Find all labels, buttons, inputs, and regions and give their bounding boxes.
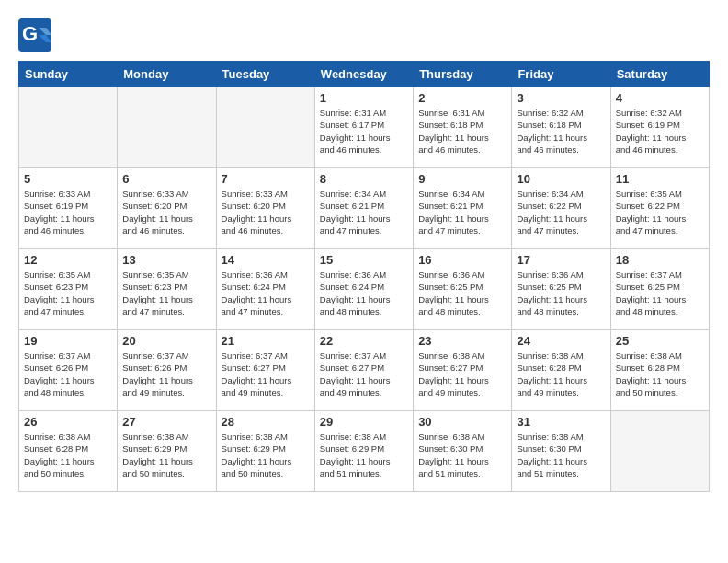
day-info: Sunrise: 6:34 AM Sunset: 6:21 PM Dayligh… bbox=[320, 188, 408, 236]
day-number: 6 bbox=[122, 172, 210, 186]
day-number: 5 bbox=[24, 172, 112, 186]
day-info: Sunrise: 6:38 AM Sunset: 6:29 PM Dayligh… bbox=[122, 431, 210, 479]
header: G bbox=[18, 18, 710, 52]
day-number: 29 bbox=[320, 415, 408, 429]
day-number: 3 bbox=[517, 91, 605, 105]
day-info: Sunrise: 6:38 AM Sunset: 6:28 PM Dayligh… bbox=[616, 350, 704, 398]
day-number: 13 bbox=[122, 253, 210, 267]
weekday-header-thursday: Thursday bbox=[414, 62, 512, 87]
day-info: Sunrise: 6:38 AM Sunset: 6:29 PM Dayligh… bbox=[222, 431, 310, 479]
weekday-header-wednesday: Wednesday bbox=[314, 62, 413, 87]
calendar-cell: 8Sunrise: 6:34 AM Sunset: 6:21 PM Daylig… bbox=[314, 168, 413, 249]
day-number: 26 bbox=[24, 415, 112, 429]
calendar-cell bbox=[610, 411, 709, 492]
calendar-cell: 23Sunrise: 6:38 AM Sunset: 6:27 PM Dayli… bbox=[414, 330, 512, 411]
day-info: Sunrise: 6:35 AM Sunset: 6:23 PM Dayligh… bbox=[122, 269, 210, 317]
day-info: Sunrise: 6:37 AM Sunset: 6:25 PM Dayligh… bbox=[616, 269, 704, 317]
day-info: Sunrise: 6:36 AM Sunset: 6:25 PM Dayligh… bbox=[418, 269, 506, 317]
day-number: 12 bbox=[24, 253, 112, 267]
day-info: Sunrise: 6:37 AM Sunset: 6:27 PM Dayligh… bbox=[222, 350, 310, 398]
calendar-cell: 31Sunrise: 6:38 AM Sunset: 6:30 PM Dayli… bbox=[512, 411, 610, 492]
calendar-cell: 17Sunrise: 6:36 AM Sunset: 6:25 PM Dayli… bbox=[512, 249, 610, 330]
day-info: Sunrise: 6:38 AM Sunset: 6:30 PM Dayligh… bbox=[517, 431, 605, 479]
day-number: 25 bbox=[616, 334, 704, 348]
logo: G bbox=[18, 18, 55, 52]
day-number: 17 bbox=[517, 253, 605, 267]
day-number: 11 bbox=[616, 172, 704, 186]
calendar-cell: 19Sunrise: 6:37 AM Sunset: 6:26 PM Dayli… bbox=[19, 330, 118, 411]
calendar-cell: 21Sunrise: 6:37 AM Sunset: 6:27 PM Dayli… bbox=[216, 330, 314, 411]
calendar-cell: 7Sunrise: 6:33 AM Sunset: 6:20 PM Daylig… bbox=[216, 168, 314, 249]
week-row-4: 26Sunrise: 6:38 AM Sunset: 6:28 PM Dayli… bbox=[19, 411, 710, 492]
day-number: 24 bbox=[517, 334, 605, 348]
page: G SundayMondayTuesdayWednesdayThursdayFr… bbox=[0, 0, 728, 501]
day-number: 18 bbox=[616, 253, 704, 267]
day-info: Sunrise: 6:35 AM Sunset: 6:23 PM Dayligh… bbox=[24, 269, 112, 317]
svg-text:G: G bbox=[22, 22, 38, 45]
calendar-cell: 2Sunrise: 6:31 AM Sunset: 6:18 PM Daylig… bbox=[414, 87, 512, 168]
day-number: 22 bbox=[320, 334, 408, 348]
calendar-cell: 25Sunrise: 6:38 AM Sunset: 6:28 PM Dayli… bbox=[610, 330, 709, 411]
calendar-cell: 29Sunrise: 6:38 AM Sunset: 6:29 PM Dayli… bbox=[314, 411, 413, 492]
day-info: Sunrise: 6:32 AM Sunset: 6:19 PM Dayligh… bbox=[616, 107, 704, 155]
calendar-cell: 6Sunrise: 6:33 AM Sunset: 6:20 PM Daylig… bbox=[118, 168, 216, 249]
day-info: Sunrise: 6:38 AM Sunset: 6:29 PM Dayligh… bbox=[320, 431, 408, 479]
day-number: 9 bbox=[418, 172, 506, 186]
calendar-cell: 13Sunrise: 6:35 AM Sunset: 6:23 PM Dayli… bbox=[118, 249, 216, 330]
weekday-header-monday: Monday bbox=[118, 62, 216, 87]
day-info: Sunrise: 6:38 AM Sunset: 6:30 PM Dayligh… bbox=[418, 431, 506, 479]
calendar-cell: 30Sunrise: 6:38 AM Sunset: 6:30 PM Dayli… bbox=[414, 411, 512, 492]
day-number: 8 bbox=[320, 172, 408, 186]
day-number: 1 bbox=[320, 91, 408, 105]
weekday-header-tuesday: Tuesday bbox=[216, 62, 314, 87]
day-info: Sunrise: 6:36 AM Sunset: 6:24 PM Dayligh… bbox=[320, 269, 408, 317]
day-number: 27 bbox=[122, 415, 210, 429]
week-row-3: 19Sunrise: 6:37 AM Sunset: 6:26 PM Dayli… bbox=[19, 330, 710, 411]
calendar-cell: 20Sunrise: 6:37 AM Sunset: 6:26 PM Dayli… bbox=[118, 330, 216, 411]
day-info: Sunrise: 6:33 AM Sunset: 6:19 PM Dayligh… bbox=[24, 188, 112, 236]
calendar-cell: 12Sunrise: 6:35 AM Sunset: 6:23 PM Dayli… bbox=[19, 249, 118, 330]
day-number: 16 bbox=[418, 253, 506, 267]
day-number: 14 bbox=[222, 253, 310, 267]
day-number: 19 bbox=[24, 334, 112, 348]
day-info: Sunrise: 6:37 AM Sunset: 6:26 PM Dayligh… bbox=[24, 350, 112, 398]
day-number: 7 bbox=[222, 172, 310, 186]
day-info: Sunrise: 6:36 AM Sunset: 6:25 PM Dayligh… bbox=[517, 269, 605, 317]
calendar-cell bbox=[118, 87, 216, 168]
day-info: Sunrise: 6:35 AM Sunset: 6:22 PM Dayligh… bbox=[616, 188, 704, 236]
weekday-header-saturday: Saturday bbox=[610, 62, 709, 87]
day-number: 10 bbox=[517, 172, 605, 186]
day-number: 31 bbox=[517, 415, 605, 429]
calendar-cell: 10Sunrise: 6:34 AM Sunset: 6:22 PM Dayli… bbox=[512, 168, 610, 249]
day-info: Sunrise: 6:38 AM Sunset: 6:28 PM Dayligh… bbox=[517, 350, 605, 398]
day-number: 4 bbox=[616, 91, 704, 105]
calendar-cell: 5Sunrise: 6:33 AM Sunset: 6:19 PM Daylig… bbox=[19, 168, 118, 249]
day-number: 23 bbox=[418, 334, 506, 348]
calendar-cell: 16Sunrise: 6:36 AM Sunset: 6:25 PM Dayli… bbox=[414, 249, 512, 330]
week-row-1: 5Sunrise: 6:33 AM Sunset: 6:19 PM Daylig… bbox=[19, 168, 710, 249]
calendar-cell: 1Sunrise: 6:31 AM Sunset: 6:17 PM Daylig… bbox=[314, 87, 413, 168]
weekday-header-friday: Friday bbox=[512, 62, 610, 87]
day-number: 21 bbox=[222, 334, 310, 348]
weekday-header-sunday: Sunday bbox=[19, 62, 118, 87]
logo-icon: G bbox=[18, 18, 51, 52]
calendar-cell: 3Sunrise: 6:32 AM Sunset: 6:18 PM Daylig… bbox=[512, 87, 610, 168]
calendar-cell: 22Sunrise: 6:37 AM Sunset: 6:27 PM Dayli… bbox=[314, 330, 413, 411]
calendar: SundayMondayTuesdayWednesdayThursdayFrid… bbox=[18, 61, 710, 492]
day-info: Sunrise: 6:38 AM Sunset: 6:27 PM Dayligh… bbox=[418, 350, 506, 398]
day-info: Sunrise: 6:32 AM Sunset: 6:18 PM Dayligh… bbox=[517, 107, 605, 155]
day-info: Sunrise: 6:37 AM Sunset: 6:27 PM Dayligh… bbox=[320, 350, 408, 398]
day-info: Sunrise: 6:33 AM Sunset: 6:20 PM Dayligh… bbox=[122, 188, 210, 236]
day-info: Sunrise: 6:34 AM Sunset: 6:21 PM Dayligh… bbox=[418, 188, 506, 236]
calendar-cell: 18Sunrise: 6:37 AM Sunset: 6:25 PM Dayli… bbox=[610, 249, 709, 330]
week-row-2: 12Sunrise: 6:35 AM Sunset: 6:23 PM Dayli… bbox=[19, 249, 710, 330]
day-info: Sunrise: 6:38 AM Sunset: 6:28 PM Dayligh… bbox=[24, 431, 112, 479]
week-row-0: 1Sunrise: 6:31 AM Sunset: 6:17 PM Daylig… bbox=[19, 87, 710, 168]
day-info: Sunrise: 6:31 AM Sunset: 6:18 PM Dayligh… bbox=[418, 107, 506, 155]
calendar-cell bbox=[19, 87, 118, 168]
day-number: 2 bbox=[418, 91, 506, 105]
day-number: 15 bbox=[320, 253, 408, 267]
day-number: 28 bbox=[222, 415, 310, 429]
calendar-cell: 14Sunrise: 6:36 AM Sunset: 6:24 PM Dayli… bbox=[216, 249, 314, 330]
calendar-cell: 27Sunrise: 6:38 AM Sunset: 6:29 PM Dayli… bbox=[118, 411, 216, 492]
